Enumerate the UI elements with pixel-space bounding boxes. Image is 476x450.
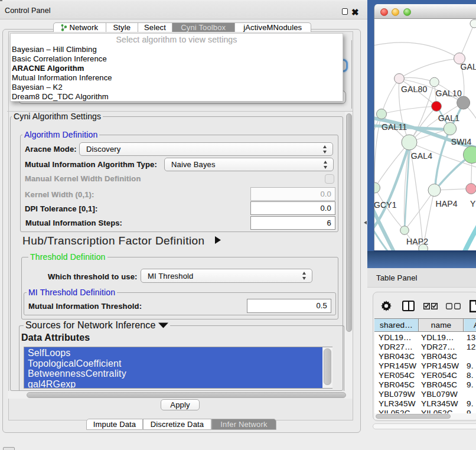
svg-text:GAL10: GAL10 <box>436 89 462 98</box>
svg-text:HAP4: HAP4 <box>436 199 458 208</box>
svg-text:SWI4: SWI4 <box>451 137 472 146</box>
svg-text:GAL1: GAL1 <box>438 113 459 123</box>
svg-text:Y: Y <box>470 199 476 208</box>
svg-text:GCY1: GCY1 <box>374 200 397 210</box>
svg-text:HAP2: HAP2 <box>406 237 428 246</box>
svg-text:GAL: GAL <box>460 62 476 71</box>
svg-text:GAL4: GAL4 <box>411 151 432 161</box>
svg-text:GAL11: GAL11 <box>382 122 407 132</box>
svg-text:GAL80: GAL80 <box>401 84 427 94</box>
